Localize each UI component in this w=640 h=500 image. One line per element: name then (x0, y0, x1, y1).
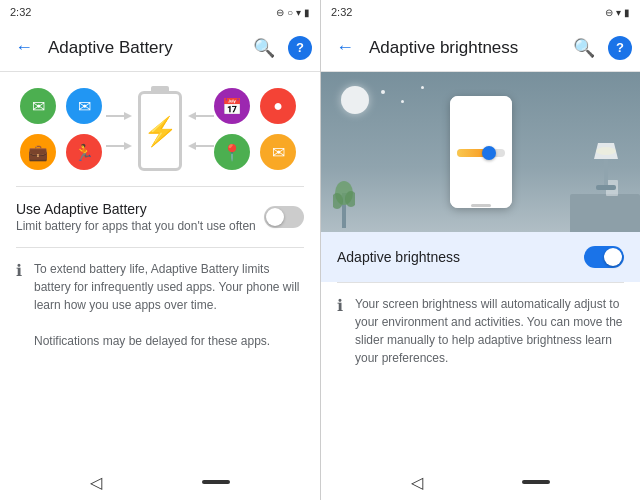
star-3 (421, 86, 424, 89)
left-connector (106, 96, 134, 166)
time-left: 2:32 (10, 6, 31, 18)
brightness-info-block: ℹ Your screen brightness will automatica… (321, 283, 640, 379)
star-1 (381, 90, 385, 94)
phone-in-scene (450, 96, 512, 208)
toggle-sub-label: Limit battery for apps that you don't us… (16, 219, 264, 233)
nav-home-right[interactable] (522, 480, 550, 484)
help-icon-left[interactable]: ? (288, 36, 312, 60)
mini-home-bar (450, 202, 512, 208)
battery-icon: ⚡ (138, 91, 182, 171)
search-icon-left[interactable]: 🔍 (248, 37, 280, 59)
app-icon-4: 🏃 (66, 134, 102, 170)
status-icons-left: ⊖ ○ ▾ ▮ (276, 7, 310, 18)
mini-status-bar (450, 96, 512, 104)
time-right: 2:32 (331, 6, 352, 18)
lamp (590, 137, 622, 196)
nav-bar-right: ◁ (321, 464, 640, 500)
info-icon-right: ℹ (337, 296, 343, 367)
plant (333, 173, 355, 232)
mini-brightness-slider (457, 149, 505, 157)
app-icon-6: ● (260, 88, 296, 124)
app-bar-right: ← Adaptive brightness 🔍 ? (321, 24, 640, 72)
brightness-toggle-row: Adaptive brightness (321, 232, 640, 282)
info-icon: ℹ (16, 261, 22, 350)
status-bar-right: 2:32 ⊖ ▾ ▮ (321, 0, 640, 24)
brightness-info-text: Your screen brightness will automaticall… (355, 295, 624, 367)
status-icons-right: ⊖ ▾ ▮ (605, 7, 630, 18)
adaptive-battery-toggle[interactable] (264, 206, 304, 228)
app-bar-left: ← Adaptive Battery 🔍 ? (0, 24, 320, 72)
slider-thumb (482, 146, 496, 160)
brightness-toggle[interactable] (584, 246, 624, 268)
app-icon-7: 📍 (214, 134, 250, 170)
nightstand (570, 194, 640, 232)
battery-illustration: ✉ ✉ 💼 🏃 ⚡ (0, 72, 320, 186)
brightness-toggle-label: Adaptive brightness (337, 249, 584, 265)
search-icon-right[interactable]: 🔍 (568, 37, 600, 59)
svg-rect-10 (596, 185, 616, 190)
nav-home-left[interactable] (202, 480, 230, 484)
svg-marker-7 (188, 142, 196, 150)
right-app-icons: 📅 ● 📍 ✉ (214, 88, 300, 174)
help-icon-right[interactable]: ? (608, 36, 632, 60)
right-phone: 2:32 ⊖ ▾ ▮ ← Adaptive brightness 🔍 ? (320, 0, 640, 500)
toggle-label: Use Adaptive Battery Limit battery for a… (16, 201, 264, 233)
app-icon-8: ✉ (260, 134, 296, 170)
right-connector (186, 96, 214, 166)
star-2 (401, 100, 404, 103)
toggle-main-label: Use Adaptive Battery (16, 201, 264, 217)
svg-marker-3 (124, 142, 132, 150)
left-app-icons: ✉ ✉ 💼 🏃 (20, 88, 106, 174)
page-title-right: Adaptive brightness (369, 38, 560, 58)
brightness-hero (321, 72, 640, 232)
nav-back-right[interactable]: ◁ (411, 473, 423, 492)
back-button-left[interactable]: ← (8, 37, 40, 58)
svg-marker-1 (124, 112, 132, 120)
svg-marker-5 (188, 112, 196, 120)
svg-point-11 (596, 147, 616, 155)
left-phone: 2:32 ⊖ ○ ▾ ▮ ← Adaptive Battery 🔍 ? ✉ ✉ … (0, 0, 320, 500)
status-bar-left: 2:32 ⊖ ○ ▾ ▮ (0, 0, 320, 24)
nav-bar-left: ◁ (0, 464, 320, 500)
app-icon-2: ✉ (66, 88, 102, 124)
info-block: ℹ To extend battery life, Adaptive Batte… (0, 248, 320, 362)
back-button-right[interactable]: ← (329, 37, 361, 58)
mini-screen (450, 104, 512, 202)
app-icon-3: 💼 (20, 134, 56, 170)
app-icon-5: 📅 (214, 88, 250, 124)
page-title-left: Adaptive Battery (48, 38, 240, 58)
moon-icon (341, 86, 369, 114)
info-text: To extend battery life, Adaptive Battery… (34, 260, 304, 350)
nav-back-left[interactable]: ◁ (90, 473, 102, 492)
adaptive-battery-toggle-row: Use Adaptive Battery Limit battery for a… (0, 187, 320, 247)
svg-rect-9 (604, 159, 608, 185)
app-icon-1: ✉ (20, 88, 56, 124)
